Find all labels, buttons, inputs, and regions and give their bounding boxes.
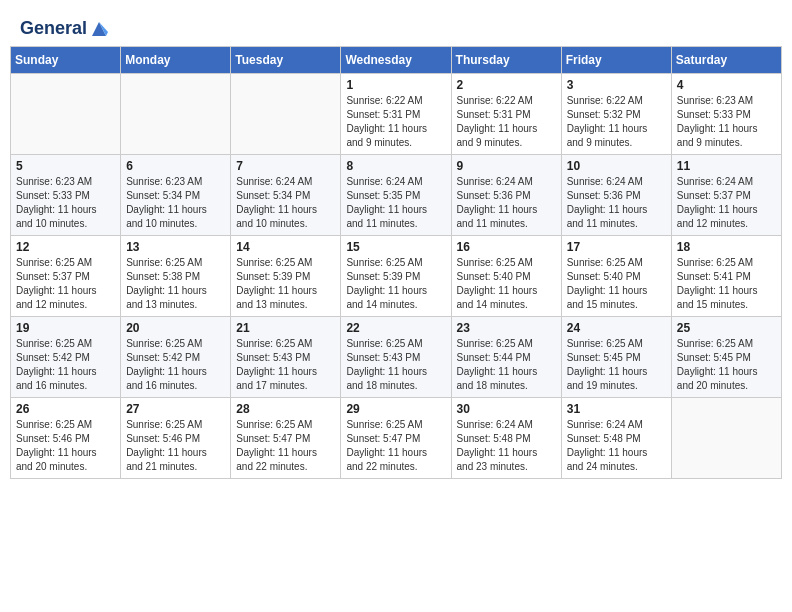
day-number: 29 [346, 402, 445, 416]
day-number: 17 [567, 240, 666, 254]
day-number: 24 [567, 321, 666, 335]
calendar-cell: 11Sunrise: 6:24 AMSunset: 5:37 PMDayligh… [671, 155, 781, 236]
day-content: Sunrise: 6:24 AMSunset: 5:36 PMDaylight:… [567, 175, 666, 231]
day-number: 8 [346, 159, 445, 173]
day-number: 12 [16, 240, 115, 254]
day-number: 1 [346, 78, 445, 92]
day-content: Sunrise: 6:25 AMSunset: 5:45 PMDaylight:… [677, 337, 776, 393]
logo-text: General [20, 18, 110, 40]
calendar-cell: 18Sunrise: 6:25 AMSunset: 5:41 PMDayligh… [671, 236, 781, 317]
day-number: 16 [457, 240, 556, 254]
calendar-cell: 30Sunrise: 6:24 AMSunset: 5:48 PMDayligh… [451, 398, 561, 479]
day-number: 13 [126, 240, 225, 254]
day-number: 25 [677, 321, 776, 335]
day-number: 2 [457, 78, 556, 92]
calendar-cell: 8Sunrise: 6:24 AMSunset: 5:35 PMDaylight… [341, 155, 451, 236]
day-number: 14 [236, 240, 335, 254]
day-content: Sunrise: 6:25 AMSunset: 5:46 PMDaylight:… [126, 418, 225, 474]
day-content: Sunrise: 6:22 AMSunset: 5:32 PMDaylight:… [567, 94, 666, 150]
day-number: 26 [16, 402, 115, 416]
day-content: Sunrise: 6:25 AMSunset: 5:41 PMDaylight:… [677, 256, 776, 312]
day-number: 18 [677, 240, 776, 254]
day-content: Sunrise: 6:23 AMSunset: 5:33 PMDaylight:… [677, 94, 776, 150]
day-number: 19 [16, 321, 115, 335]
day-content: Sunrise: 6:25 AMSunset: 5:45 PMDaylight:… [567, 337, 666, 393]
calendar-table: SundayMondayTuesdayWednesdayThursdayFrid… [10, 46, 782, 479]
day-number: 10 [567, 159, 666, 173]
weekday-header-saturday: Saturday [671, 47, 781, 74]
day-number: 23 [457, 321, 556, 335]
calendar-cell: 6Sunrise: 6:23 AMSunset: 5:34 PMDaylight… [121, 155, 231, 236]
day-content: Sunrise: 6:25 AMSunset: 5:40 PMDaylight:… [567, 256, 666, 312]
day-number: 21 [236, 321, 335, 335]
weekday-header-wednesday: Wednesday [341, 47, 451, 74]
weekday-header-sunday: Sunday [11, 47, 121, 74]
day-number: 5 [16, 159, 115, 173]
day-content: Sunrise: 6:25 AMSunset: 5:47 PMDaylight:… [346, 418, 445, 474]
day-content: Sunrise: 6:24 AMSunset: 5:36 PMDaylight:… [457, 175, 556, 231]
day-content: Sunrise: 6:25 AMSunset: 5:47 PMDaylight:… [236, 418, 335, 474]
weekday-header-friday: Friday [561, 47, 671, 74]
day-content: Sunrise: 6:24 AMSunset: 5:34 PMDaylight:… [236, 175, 335, 231]
day-content: Sunrise: 6:24 AMSunset: 5:48 PMDaylight:… [567, 418, 666, 474]
calendar-cell: 17Sunrise: 6:25 AMSunset: 5:40 PMDayligh… [561, 236, 671, 317]
day-content: Sunrise: 6:23 AMSunset: 5:33 PMDaylight:… [16, 175, 115, 231]
page-header: General [10, 10, 782, 42]
calendar-cell: 16Sunrise: 6:25 AMSunset: 5:40 PMDayligh… [451, 236, 561, 317]
day-number: 7 [236, 159, 335, 173]
day-content: Sunrise: 6:25 AMSunset: 5:38 PMDaylight:… [126, 256, 225, 312]
logo: General [20, 18, 110, 38]
day-content: Sunrise: 6:24 AMSunset: 5:35 PMDaylight:… [346, 175, 445, 231]
day-content: Sunrise: 6:25 AMSunset: 5:44 PMDaylight:… [457, 337, 556, 393]
day-content: Sunrise: 6:25 AMSunset: 5:39 PMDaylight:… [236, 256, 335, 312]
day-content: Sunrise: 6:25 AMSunset: 5:43 PMDaylight:… [346, 337, 445, 393]
calendar-cell: 12Sunrise: 6:25 AMSunset: 5:37 PMDayligh… [11, 236, 121, 317]
day-number: 11 [677, 159, 776, 173]
day-number: 4 [677, 78, 776, 92]
weekday-header-tuesday: Tuesday [231, 47, 341, 74]
calendar-cell: 21Sunrise: 6:25 AMSunset: 5:43 PMDayligh… [231, 317, 341, 398]
calendar-cell: 31Sunrise: 6:24 AMSunset: 5:48 PMDayligh… [561, 398, 671, 479]
calendar-cell: 25Sunrise: 6:25 AMSunset: 5:45 PMDayligh… [671, 317, 781, 398]
day-number: 27 [126, 402, 225, 416]
day-number: 9 [457, 159, 556, 173]
calendar-cell: 14Sunrise: 6:25 AMSunset: 5:39 PMDayligh… [231, 236, 341, 317]
day-content: Sunrise: 6:22 AMSunset: 5:31 PMDaylight:… [457, 94, 556, 150]
calendar-cell: 5Sunrise: 6:23 AMSunset: 5:33 PMDaylight… [11, 155, 121, 236]
day-content: Sunrise: 6:25 AMSunset: 5:37 PMDaylight:… [16, 256, 115, 312]
weekday-header-thursday: Thursday [451, 47, 561, 74]
calendar-cell: 9Sunrise: 6:24 AMSunset: 5:36 PMDaylight… [451, 155, 561, 236]
day-number: 28 [236, 402, 335, 416]
calendar-cell: 29Sunrise: 6:25 AMSunset: 5:47 PMDayligh… [341, 398, 451, 479]
calendar-cell: 26Sunrise: 6:25 AMSunset: 5:46 PMDayligh… [11, 398, 121, 479]
day-content: Sunrise: 6:24 AMSunset: 5:37 PMDaylight:… [677, 175, 776, 231]
calendar-cell: 24Sunrise: 6:25 AMSunset: 5:45 PMDayligh… [561, 317, 671, 398]
calendar-cell: 7Sunrise: 6:24 AMSunset: 5:34 PMDaylight… [231, 155, 341, 236]
day-content: Sunrise: 6:23 AMSunset: 5:34 PMDaylight:… [126, 175, 225, 231]
calendar-cell: 15Sunrise: 6:25 AMSunset: 5:39 PMDayligh… [341, 236, 451, 317]
day-number: 30 [457, 402, 556, 416]
weekday-header-monday: Monday [121, 47, 231, 74]
calendar-cell: 23Sunrise: 6:25 AMSunset: 5:44 PMDayligh… [451, 317, 561, 398]
day-content: Sunrise: 6:25 AMSunset: 5:42 PMDaylight:… [126, 337, 225, 393]
calendar-cell: 1Sunrise: 6:22 AMSunset: 5:31 PMDaylight… [341, 74, 451, 155]
calendar-cell [671, 398, 781, 479]
day-number: 3 [567, 78, 666, 92]
day-number: 6 [126, 159, 225, 173]
calendar-cell: 28Sunrise: 6:25 AMSunset: 5:47 PMDayligh… [231, 398, 341, 479]
day-number: 20 [126, 321, 225, 335]
calendar-cell: 4Sunrise: 6:23 AMSunset: 5:33 PMDaylight… [671, 74, 781, 155]
calendar-cell: 20Sunrise: 6:25 AMSunset: 5:42 PMDayligh… [121, 317, 231, 398]
calendar-cell: 13Sunrise: 6:25 AMSunset: 5:38 PMDayligh… [121, 236, 231, 317]
calendar-cell [231, 74, 341, 155]
calendar-cell: 22Sunrise: 6:25 AMSunset: 5:43 PMDayligh… [341, 317, 451, 398]
day-number: 22 [346, 321, 445, 335]
calendar-cell: 19Sunrise: 6:25 AMSunset: 5:42 PMDayligh… [11, 317, 121, 398]
logo-icon [88, 18, 110, 40]
day-content: Sunrise: 6:25 AMSunset: 5:42 PMDaylight:… [16, 337, 115, 393]
day-number: 15 [346, 240, 445, 254]
day-content: Sunrise: 6:25 AMSunset: 5:46 PMDaylight:… [16, 418, 115, 474]
calendar-cell: 27Sunrise: 6:25 AMSunset: 5:46 PMDayligh… [121, 398, 231, 479]
calendar-cell: 3Sunrise: 6:22 AMSunset: 5:32 PMDaylight… [561, 74, 671, 155]
calendar-cell [121, 74, 231, 155]
